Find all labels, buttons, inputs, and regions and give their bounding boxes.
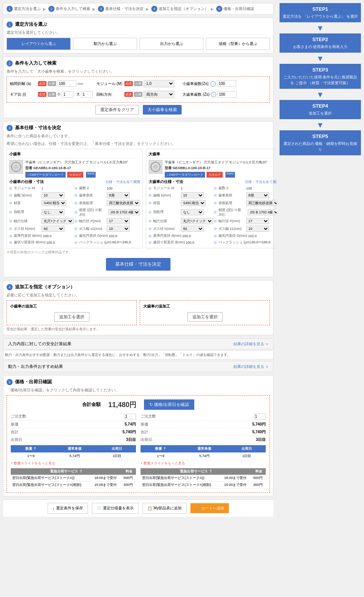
small-gear-product: 平歯車（ピニオンギア） 穴穴加工タイプ モジュール1.0 圧力角20° 型番 G…	[9, 160, 140, 178]
large-gear-cat-btn[interactable]: カタログ	[207, 172, 223, 178]
section-2: 2 条件を入力して検索 条件を入力して「大小歯車を検索」をクリックしてください。…	[3, 57, 273, 118]
safety-title-2: 動力・出力条件おすすめ結果	[8, 364, 63, 369]
rotation-select[interactable]: 両方向	[144, 91, 174, 98]
small-gear-specs-link[interactable]: 仕様・寸法を全て展開	[106, 180, 140, 185]
section-1-title: 選定方法を選ぶ	[15, 21, 47, 28]
safety-link-1[interactable]: 結果の詳細を見る ∨	[233, 341, 268, 347]
small-price-table: 数量 ？ 通常単価 出荷日 1〜9 5,74円 1日目	[11, 445, 136, 460]
spec-select[interactable]: 10	[41, 192, 65, 198]
spec-label: 精度 ((旧) ※新JIS)	[79, 208, 108, 216]
spec-select[interactable]: 10	[107, 226, 130, 232]
section-5-title: 価格・出荷日確認	[15, 379, 52, 385]
cart-btn[interactable]: 🛒 カートへ追加	[190, 503, 229, 513]
save-icon: ↓	[53, 506, 55, 511]
small-gear-title: 小歯車	[9, 151, 140, 158]
progress-step-5: 5 価格・出荷日確認	[216, 6, 254, 12]
spec-value: 102.0	[109, 234, 120, 238]
spec-select[interactable]: なし	[41, 209, 65, 215]
spec-label: 歯幅 b(mm)	[153, 193, 180, 198]
spec-label: 歯幅 b(mm)	[14, 193, 41, 198]
spec-select[interactable]: B形	[246, 192, 269, 198]
save-conditions-btn[interactable]: ↓ 選定条件を保存	[48, 503, 88, 514]
large-qty-input[interactable]	[254, 414, 266, 419]
section-2-title: 条件を入力して検索	[15, 60, 56, 67]
price-confirm-btn[interactable]: ↻ 価格/出荷日を確認	[144, 399, 194, 410]
spec-select[interactable]: 四三酸化鉄皮膜	[107, 200, 140, 206]
spec-select[interactable]: 60	[41, 226, 65, 232]
large-process-title: 大歯車の追加工	[143, 304, 266, 309]
spec-row: ⊙基準円直径 d(mm)100.0	[149, 233, 213, 238]
method-btn-layout[interactable]: レイアウトから選ぶ	[7, 38, 71, 50]
spec-select[interactable]: B形	[107, 192, 130, 198]
small-more-link[interactable]: + 数量スライドをもっと見る	[11, 461, 136, 466]
small-price-row: 単価 5,74円	[11, 422, 136, 428]
spec-select[interactable]: S45C相当	[41, 200, 66, 206]
module-select[interactable]: 1.0	[144, 80, 174, 87]
spec-row: ⊙精度 ((旧) ※新JIS)JIS B 1702 4級	[214, 208, 280, 216]
small-express-row-1: 翌日出荷(緊急出荷サービス(ストークA)) 18:00まで受付 500円	[11, 475, 136, 482]
spec-select[interactable]: 17	[107, 218, 130, 224]
spec-row: ⊙ボス幅 s1(mm)10	[214, 226, 280, 232]
safety-link-2[interactable]: 結果の詳細を見る ∨	[233, 364, 268, 369]
speed-input[interactable]	[57, 80, 76, 87]
spec-row: ⊙精度 ((旧) ※新JIS)JIS B 1702 4級	[74, 208, 140, 216]
small-gear-cat-btn[interactable]: カタログ	[67, 172, 83, 178]
gear-ratio-min-input[interactable]	[62, 91, 73, 98]
small-teeth-row: 小歯車歯数(Zs) i	[182, 80, 266, 87]
speed-condition-row: 軸間距離 (a) 必須 お薦 mm	[10, 80, 94, 87]
spec-edit-icon: ⊙	[74, 227, 78, 231]
spec-edit-icon: ⊙	[214, 227, 217, 231]
method-btn-model[interactable]: 規格（型番）から選ぶ	[206, 38, 270, 50]
large-gear-product: 平歯車（ピニオンギア） 穴穴加工タイプ モジュール1.0 圧力角20° 型番 G…	[149, 160, 280, 178]
spec-row: ⊙歯切り部直径 d(mm)100.0	[149, 240, 213, 245]
spec-row: ⊙ボス径 h(mm)60	[9, 226, 74, 232]
small-gear-cad-btn[interactable]: ↓ CADデータダウンロード	[25, 172, 66, 178]
show-spec-btn[interactable]: 📄 選定仕様書を表示	[92, 503, 139, 514]
spec-select[interactable]: 17	[246, 218, 269, 224]
spec-edit-icon: ⊙	[74, 186, 78, 190]
speed-label: 軸間距離 (a)	[10, 81, 37, 86]
spec-select[interactable]: なし	[181, 209, 204, 215]
spec-select[interactable]: JIS B 1702 4級	[108, 209, 140, 215]
large-more-link[interactable]: + 数量スライドをもっと見る	[141, 461, 266, 466]
section-3-title: 基本仕様・寸法を決定	[15, 125, 61, 131]
spec-select[interactable]: 10	[246, 226, 269, 232]
large-gear-specs-link[interactable]: 仕様・寸法を全て展開	[245, 180, 280, 185]
gear-ratio-max-input[interactable]	[81, 91, 93, 98]
add-myfav-btn[interactable]: 📋 My部品表に追加	[142, 503, 187, 514]
large-price-row: 単価 5,740円	[141, 422, 266, 428]
spec-select[interactable]: 四三酸化鉄皮膜	[246, 200, 280, 206]
spec-select[interactable]: 丸穴+クイック	[41, 218, 74, 224]
spec-label: モジュール M	[153, 186, 180, 191]
method-btn-power[interactable]: 動力から選ぶ	[73, 38, 137, 50]
large-teeth-input[interactable]	[217, 91, 237, 98]
price-box: 合計金額 11,480円 ↻ 価格/出荷日を確認 ご注文数 単価 5,74円	[7, 395, 270, 493]
small-qty-input[interactable]	[124, 414, 136, 419]
spec-select[interactable]: JIS B 1702 4級	[248, 209, 280, 215]
large-gear-cad-btn[interactable]: ↓ CADデータダウンロード	[165, 172, 205, 178]
decide-btn[interactable]: 基本仕様・寸法を決定	[106, 258, 170, 271]
spec-select[interactable]: 10	[181, 192, 204, 198]
large-process-select-btn[interactable]: 追加工を選択	[187, 312, 223, 322]
step-arrow-3: ▶	[146, 7, 149, 11]
spec-select[interactable]: S45C相当	[181, 200, 206, 206]
clear-btn[interactable]: 選定条件をクリア	[95, 105, 139, 115]
safety-note: 安全計算結果：選定した型番の安全計算結果を表示します。	[7, 327, 270, 332]
section-5: 5 価格・出荷日確認 「価格/出荷日を確認」をクリックして内容を確認してください…	[3, 375, 273, 496]
search-btn[interactable]: 大小歯車を検索	[143, 105, 182, 115]
method-btn-output[interactable]: 出力から選ぶ	[139, 38, 204, 50]
spec-label: 軸穴径 P(mm)	[79, 219, 106, 224]
section-1: 1 選定方法を選ぶ 選定方法を選択してください。 レイアウトから選ぶ 動力から選…	[3, 18, 273, 53]
spec-label: 軸穴径 P(mm)	[218, 219, 245, 224]
spec-edit-icon: ⊙	[214, 241, 217, 244]
spec-select[interactable]: 60	[181, 226, 204, 232]
spec-select[interactable]: 丸穴+クイック	[181, 218, 213, 224]
spec-row: ⊙歯車形状B形	[214, 192, 280, 198]
module-label: モジュール (M)	[96, 81, 123, 86]
small-gear-info: 平歯車（ピニオンギア） 穴穴加工タイプ モジュール1.0 圧力角20° 型番 G…	[25, 160, 140, 178]
spec-value: 100.0	[182, 234, 194, 238]
spec-edit-icon: ⊙	[149, 186, 152, 190]
small-teeth-input[interactable]	[217, 80, 236, 87]
small-process-select-btn[interactable]: 追加工を選択	[54, 312, 89, 322]
section-3: 3 基本仕様・寸法を決定 条件に合った商品を表示しています。 希望に合わない場合…	[3, 121, 273, 277]
